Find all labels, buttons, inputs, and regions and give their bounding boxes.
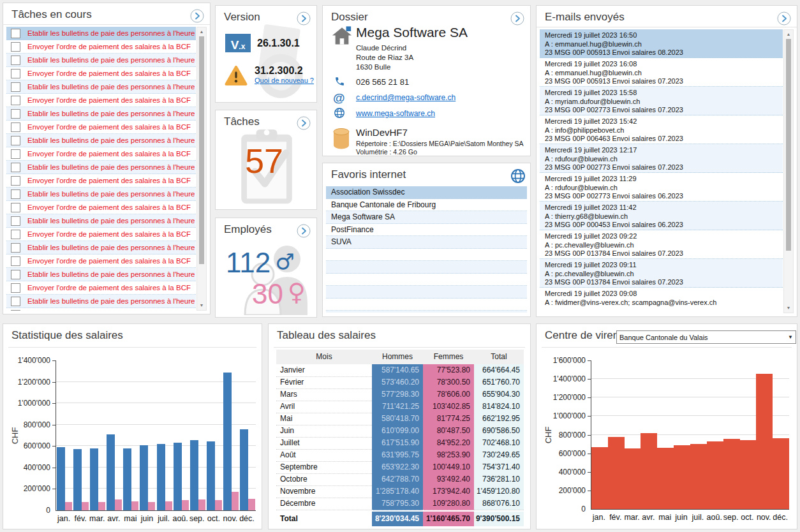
favorite-empty-row[interactable] [326,311,527,313]
column-header[interactable]: Hommes [372,350,423,364]
task-checkbox[interactable] [11,42,20,52]
scroll-up-icon[interactable]: ▲ [784,30,793,39]
table-row[interactable]: Avril711'421.25103'402.85814'824.10 [276,401,524,413]
table-row[interactable]: Novembre1'285'178.40173'942.401'459'120.… [276,485,524,498]
panel-version-expand-button[interactable] [297,11,311,26]
task-checkbox[interactable] [11,69,20,78]
task-row[interactable]: Envoyer l'ordre de paiement des salaires… [6,228,196,241]
task-row[interactable]: Envoyer l'ordre de paiement des salaires… [6,147,196,161]
column-header[interactable]: Total [474,350,524,364]
task-row[interactable]: Etablir les bulletins de paie des person… [6,27,196,40]
task-checkbox[interactable] [11,149,20,159]
whats-new-link[interactable]: Quoi de nouveau ? [255,77,314,84]
task-row[interactable]: Envoyer l'ordre de paiement des salaires… [6,40,196,54]
table-row[interactable]: Juillet617'515.9084'952.20702'468.10 [276,437,524,449]
column-header[interactable]: Mois [276,350,372,364]
task-checkbox[interactable] [11,109,20,119]
task-row[interactable]: Envoyer l'ordre de paiement des salaires… [6,201,196,214]
panel-employees-expand-button[interactable] [297,224,311,238]
scroll-down-icon[interactable]: ▼ [197,301,206,310]
task-checkbox[interactable] [11,216,20,226]
emails-scrollbar[interactable]: ▲ ▼ [783,29,794,313]
panel-tasks-count-expand-button[interactable] [297,116,311,130]
table-row[interactable]: Décembre758'795.30109'280.80868'076.10 [276,498,524,510]
tasks-scrollbar[interactable]: ▲ ▼ [196,27,207,311]
task-row[interactable]: Envoyer l'ordre de paiement des salaires… [6,94,196,107]
favorite-empty-row[interactable] [326,299,527,311]
column-header[interactable]: Femmes [423,350,474,364]
favorite-item[interactable]: SUVA [326,236,527,249]
task-row[interactable]: Etablir les bulletins de paie des person… [6,161,196,174]
task-row[interactable]: Envoyer l'ordre de paiement des salaires… [6,255,196,268]
task-checkbox[interactable] [11,55,20,65]
task-checkbox[interactable] [11,176,20,186]
email-item[interactable]: Mercredi 19 juillet 2023 09:22A : pc.che… [540,230,783,259]
email-item[interactable]: Mercredi 19 juillet 2023 16:50A : emmanu… [540,29,783,58]
table-row[interactable]: Août631'995.7598'253.90730'249.65 [276,449,524,461]
favorite-empty-row[interactable] [326,261,527,274]
task-checkbox[interactable] [11,297,20,306]
scroll-down-icon[interactable]: ▼ [784,304,793,313]
favorite-item[interactable]: Banque Cantonale de Fribourg [326,199,527,212]
email-item[interactable]: Mercredi 19 juillet 2023 09:08A : fwidme… [540,288,783,313]
email-item[interactable]: Mercredi 19 juillet 2023 15:58A : myriam… [540,87,783,115]
table-row[interactable]: Octobre642'788.7093'492.40736'281.10 [276,473,524,485]
panel-favorites-globe-button[interactable] [510,168,524,182]
task-row[interactable]: Envoyer l'ordre de paiement des salaires… [6,308,196,311]
table-row[interactable]: Juin610'099.0080'487.50690'586.50 [276,425,524,437]
email-item[interactable]: Mercredi 19 juillet 2023 09:11A : pc.che… [540,259,783,288]
email-link[interactable]: c.decrind@mega-software.ch [356,93,456,102]
email-item[interactable]: Mercredi 19 juillet 2023 12:17A : rdufou… [540,144,783,173]
email-item[interactable]: Mercredi 19 juillet 2023 16:08A : emmanu… [540,58,783,87]
task-checkbox[interactable] [11,82,20,92]
task-checkbox[interactable] [11,256,20,266]
scrollbar-thumb[interactable] [786,39,791,251]
scroll-up-icon[interactable]: ▲ [197,27,206,36]
task-checkbox[interactable] [11,203,20,212]
favorite-empty-row[interactable] [326,249,527,262]
email-item[interactable]: Mercredi 19 juillet 2023 15:42A : info@p… [540,115,783,144]
task-row[interactable]: Etablir les bulletins de paie des person… [6,188,196,201]
task-row[interactable]: Envoyer l'ordre de paiement des salaires… [6,67,196,80]
email-item[interactable]: Mercredi 19 juillet 2023 11:29A : rdufou… [540,173,783,202]
task-checkbox[interactable] [11,283,20,293]
task-checkbox[interactable] [11,163,20,172]
task-checkbox[interactable] [11,122,20,132]
task-checkbox[interactable] [11,243,20,253]
favorite-empty-row[interactable] [326,274,527,286]
task-row[interactable]: Etablir les bulletins de paie des person… [6,134,196,147]
table-row[interactable]: Mars577'298.3078'606.00655'904.30 [276,388,524,401]
panel-dossier-expand-button[interactable] [510,11,524,26]
task-checkbox[interactable] [11,189,20,199]
task-row[interactable]: Envoyer l'ordre de paiement des salaires… [6,174,196,188]
table-row[interactable]: Septembre653'922.30100'449.10754'371.40 [276,461,524,473]
task-row[interactable]: Envoyer l'ordre de paiement des salaires… [6,281,196,295]
website-link[interactable]: www.mega-software.ch [356,109,435,118]
task-checkbox[interactable] [11,29,20,38]
task-checkbox[interactable] [11,270,20,279]
task-checkbox[interactable] [11,310,20,311]
task-row[interactable]: Etablir les bulletins de paie des person… [6,268,196,281]
task-row[interactable]: Etablir les bulletins de paie des person… [6,107,196,121]
task-checkbox[interactable] [11,96,20,105]
panel-tasks-expand-button[interactable] [190,9,204,23]
scrollbar-thumb[interactable] [199,36,204,264]
task-row[interactable]: Etablir les bulletins de paie des person… [6,80,196,94]
panel-emails-expand-button[interactable] [777,11,791,26]
favorite-empty-row[interactable] [326,286,527,299]
email-item[interactable]: Mercredi 19 juillet 2023 11:42A : thierr… [540,202,783,230]
task-row[interactable]: Etablir les bulletins de paie des person… [6,54,196,67]
task-row[interactable]: Envoyer l'ordre de paiement des salaires… [6,121,196,134]
table-row[interactable]: Mai580'418.7081'774.25662'192.95 [276,413,524,425]
task-row[interactable]: Etablir les bulletins de paie des person… [6,214,196,228]
scrollbar-track[interactable] [197,36,206,301]
scrollbar-track[interactable] [784,39,793,304]
favorite-item[interactable]: Mega Software SA [326,211,527,224]
table-row[interactable]: Février573'460.2078'300.50651'760.70 [276,376,524,388]
task-row[interactable]: Etablir les bulletins de paie des person… [6,241,196,255]
favorite-item[interactable]: Association Swissdec [326,186,527,199]
task-checkbox[interactable] [11,136,20,145]
task-row[interactable]: Etablir les bulletins de paie des person… [6,295,196,308]
table-row[interactable]: Janvier587'140.6577'523.80664'664.45 [276,364,524,376]
task-checkbox[interactable] [11,230,20,239]
